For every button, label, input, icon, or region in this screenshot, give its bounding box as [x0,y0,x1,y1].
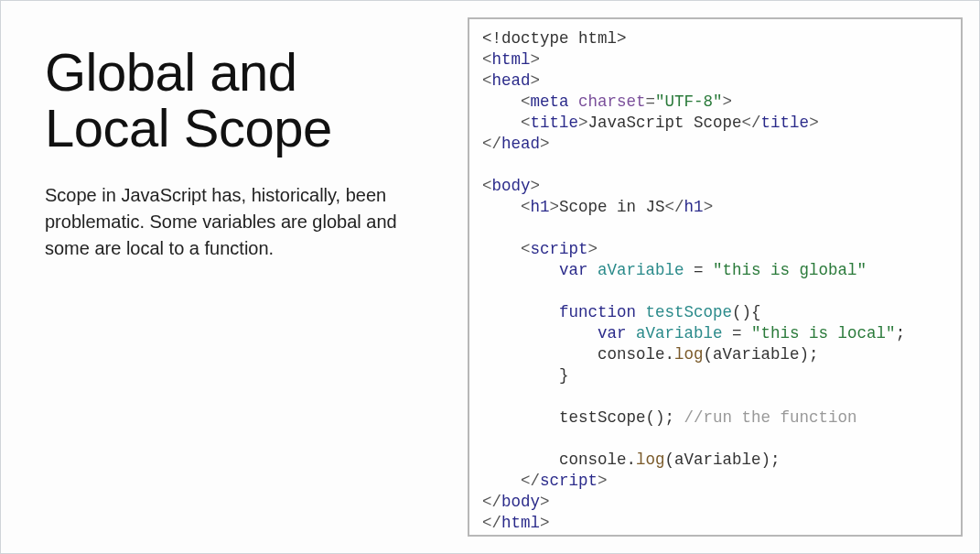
slide-title: Global and Local Scope [45,45,422,157]
code-token: h1 [531,198,550,216]
code-token: var [559,261,588,279]
code-token: JavaScript Scope [588,114,742,132]
code-token: . [665,345,675,364]
code-token: h1 [684,198,704,216]
code-indent [482,261,559,279]
code-indent [482,408,559,427]
code-token: > [540,514,550,532]
code-token: "UTF-8" [655,92,723,111]
code-token: testScope [646,303,733,321]
code-token: > [598,472,608,490]
code-token: body [501,493,540,511]
code-token: (){ [732,303,761,321]
code-indent [482,324,598,342]
code-indent [482,92,521,111]
code-token: log [636,451,665,469]
code-token: script [540,472,598,490]
code-token: < [482,50,492,69]
code-token: < [521,114,531,132]
code-token: html [492,50,531,69]
code-indent [482,198,521,216]
code-token: var [598,324,627,342]
code-token: aVariable [636,324,723,342]
code-token: meta [531,92,569,111]
code-token: > [550,198,560,216]
code-token: > [588,240,598,258]
code-token: > [540,493,550,511]
code-token: = [646,92,656,111]
code-token: < [482,71,492,90]
code-token: < [521,92,531,111]
slide-description: Scope in JavaScript has, historically, b… [45,182,422,262]
code-token: < [521,240,531,258]
code-token: aVariable [598,261,684,279]
code-token: ; [896,324,906,342]
code-indent [482,472,521,490]
code-token: > [723,92,733,111]
code-indent [482,451,559,469]
code-token: </ [482,493,501,511]
code-token: console [598,345,665,364]
slide: Global and Local Scope Scope in JavaScri… [1,1,979,553]
code-token: "this is local" [751,324,896,342]
code-token [569,92,579,111]
code-indent [482,114,521,132]
code-indent [482,240,521,258]
code-token: log [674,345,704,364]
code-token: title [531,114,579,132]
code-indent [482,303,559,321]
code-token: < [521,198,531,216]
code-token: </ [742,114,761,132]
code-token: html [501,514,540,532]
code-indent [482,345,598,364]
code-token: testScope(); [559,408,684,427]
code-token: Scope in JS [559,198,665,216]
code-token: script [531,240,588,258]
code-token: = [684,261,714,279]
code-token: "this is global" [713,261,867,279]
code-token: > [531,50,541,69]
code-token: </ [482,135,501,153]
code-token [588,261,598,279]
right-column: <!doctype html> <html> <head> <meta char… [458,1,979,553]
code-token: > [531,71,541,90]
left-column: Global and Local Scope Scope in JavaScri… [1,1,458,553]
code-token: (aVariable); [704,345,819,364]
code-token: title [761,114,810,132]
code-token: < [482,177,492,195]
code-token: head [492,71,531,90]
code-token [627,324,637,342]
code-token: //run the function [684,408,857,427]
code-token: > [531,177,541,195]
code-token: console [559,451,627,469]
code-token [636,303,646,321]
code-token: (aVariable); [665,451,781,469]
code-token: > [540,135,550,153]
code-token: > [809,114,819,132]
code-token: function [559,303,636,321]
code-indent [482,366,559,385]
code-token: </ [521,472,540,490]
code-token: > [704,198,714,216]
code-token: </ [482,514,501,532]
code-line: <!doctype html> [482,29,627,48]
code-token: > [578,114,588,132]
code-sample: <!doctype html> <html> <head> <meta char… [468,17,963,537]
code-token: } [559,366,569,385]
code-token: </ [665,198,684,216]
code-token: body [492,177,531,195]
code-token: charset [578,92,646,111]
code-token: head [501,135,540,153]
code-token: = [723,324,752,342]
code-token: . [627,451,637,469]
